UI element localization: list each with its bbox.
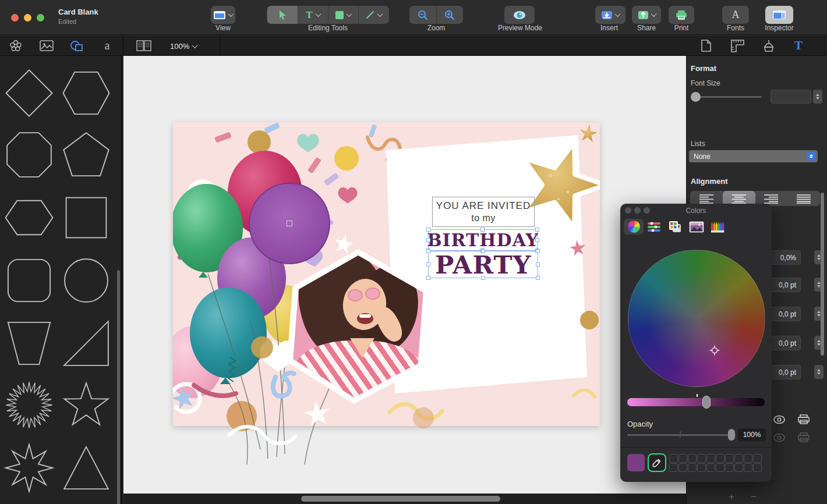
zoom-out-button[interactable] <box>410 6 436 24</box>
insert-button[interactable] <box>595 6 625 24</box>
add-layer-button[interactable]: + <box>729 491 734 503</box>
opacity-slider[interactable] <box>627 434 736 436</box>
shape-square[interactable] <box>61 191 112 244</box>
font-size-slider[interactable] <box>691 96 762 98</box>
color-selector-crosshair[interactable] <box>709 345 720 356</box>
panel-scrollbar[interactable] <box>821 193 824 356</box>
indent-right-stepper[interactable] <box>814 365 824 379</box>
pages-view-button[interactable] <box>136 38 152 53</box>
selection-handle[interactable] <box>426 249 430 253</box>
shape-tool-button[interactable] <box>328 6 358 24</box>
shape-right-triangle[interactable] <box>61 317 112 370</box>
eyedropper-button[interactable] <box>648 453 666 472</box>
horizontal-scrollbar-thumb[interactable] <box>301 496 500 502</box>
shape-starburst[interactable] <box>3 378 55 432</box>
shape-star-8[interactable] <box>3 441 55 495</box>
minimize-window-button[interactable] <box>24 14 31 22</box>
font-size-stepper[interactable] <box>813 90 822 104</box>
zoom-level-dropdown[interactable]: 100% <box>170 39 197 53</box>
empty-swatch[interactable] <box>725 454 734 463</box>
shape-trapezoid[interactable] <box>3 317 55 370</box>
inspector-tab-document[interactable] <box>698 38 714 53</box>
empty-swatch[interactable] <box>744 463 752 472</box>
text-art-button[interactable]: a <box>99 38 115 53</box>
select-tool-button[interactable] <box>267 6 298 24</box>
image-library-button[interactable] <box>38 38 55 53</box>
brightness-slider[interactable] <box>627 398 765 406</box>
brightness-slider-knob[interactable] <box>702 396 711 409</box>
print-button[interactable] <box>669 6 694 24</box>
empty-swatch[interactable] <box>716 463 724 472</box>
zoom-window-button[interactable] <box>37 14 44 22</box>
shape-octagon[interactable] <box>3 128 55 182</box>
layer2-eye-icon[interactable] <box>773 433 786 442</box>
current-color-swatch[interactable] <box>627 454 645 471</box>
selection-handle[interactable] <box>426 276 430 280</box>
empty-swatch[interactable] <box>697 463 706 472</box>
selection-handle[interactable] <box>480 228 485 232</box>
selection-handle[interactable] <box>535 228 539 232</box>
empty-swatch[interactable] <box>744 454 752 463</box>
inspector-tab-fill[interactable] <box>761 38 777 53</box>
horizontal-scrollbar[interactable] <box>123 494 686 504</box>
inspector-button[interactable] <box>765 6 793 24</box>
view-button[interactable] <box>211 6 235 24</box>
selection-handle[interactable] <box>536 262 540 267</box>
layer-print-icon[interactable] <box>797 414 810 425</box>
party-text-object[interactable]: PARTY <box>428 251 538 278</box>
layer-visible-eye-icon[interactable] <box>773 415 786 424</box>
selection-handle[interactable] <box>481 276 485 280</box>
shape-hexagon[interactable] <box>61 66 112 120</box>
selection-handle[interactable] <box>426 238 430 242</box>
shapes-library-button[interactable] <box>69 38 85 53</box>
empty-swatch[interactable] <box>669 463 678 472</box>
shape-triangle[interactable] <box>61 441 112 495</box>
line-tool-button[interactable] <box>359 6 388 24</box>
shape-circle[interactable] <box>61 254 112 307</box>
close-window-button[interactable] <box>11 14 19 22</box>
remove-layer-button[interactable]: − <box>751 491 757 503</box>
empty-swatch[interactable] <box>716 454 724 463</box>
selection-handle[interactable] <box>426 228 430 232</box>
shape-star-5[interactable] <box>61 378 112 432</box>
design-elements-button[interactable] <box>8 38 24 53</box>
zoom-in-button[interactable] <box>437 6 463 24</box>
empty-swatch[interactable] <box>697 454 706 463</box>
selection-handle[interactable] <box>535 238 539 242</box>
shape-pentagon[interactable] <box>61 128 112 182</box>
inspector-tab-geometry[interactable] <box>729 38 745 53</box>
empty-swatch[interactable] <box>734 463 743 472</box>
empty-swatch[interactable] <box>706 463 715 472</box>
opacity-slider-knob[interactable] <box>728 429 735 441</box>
inspector-tab-text[interactable]: T <box>790 38 807 53</box>
tab-image-palettes[interactable] <box>687 219 706 235</box>
empty-swatch[interactable] <box>678 454 687 463</box>
fonts-button[interactable]: A <box>722 6 749 24</box>
font-size-field[interactable] <box>771 90 811 104</box>
birthday-text-object[interactable]: BIRTHDAY <box>428 229 538 251</box>
tab-color-palettes[interactable] <box>665 219 685 235</box>
empty-swatch[interactable] <box>678 463 687 472</box>
empty-swatch[interactable] <box>753 454 762 463</box>
selection-handle[interactable] <box>536 249 540 253</box>
empty-swatch[interactable] <box>734 454 743 463</box>
font-size-slider-knob[interactable] <box>691 92 701 102</box>
empty-swatch[interactable] <box>688 454 697 463</box>
shape-diamond[interactable] <box>3 66 55 120</box>
empty-swatch[interactable] <box>706 454 715 463</box>
empty-swatch[interactable] <box>688 463 697 472</box>
align-justify-button[interactable] <box>787 191 820 206</box>
tab-color-sliders[interactable] <box>644 219 664 235</box>
shape-hexagon-wide[interactable] <box>3 191 55 244</box>
opacity-value-field[interactable]: 100% <box>738 428 766 441</box>
preview-mode-button[interactable] <box>504 6 535 24</box>
object-center-handle[interactable] <box>287 221 292 226</box>
color-wheel[interactable] <box>628 250 765 387</box>
invite-text-box[interactable]: YOU ARE INVITED to my <box>432 197 535 227</box>
selection-handle[interactable] <box>426 262 430 267</box>
tab-color-wheel[interactable] <box>624 219 644 235</box>
selection-handle[interactable] <box>481 249 485 253</box>
lists-dropdown[interactable]: None <box>689 150 818 162</box>
shape-rounded-square[interactable] <box>3 254 55 307</box>
purple-circle-object[interactable] <box>249 183 330 264</box>
